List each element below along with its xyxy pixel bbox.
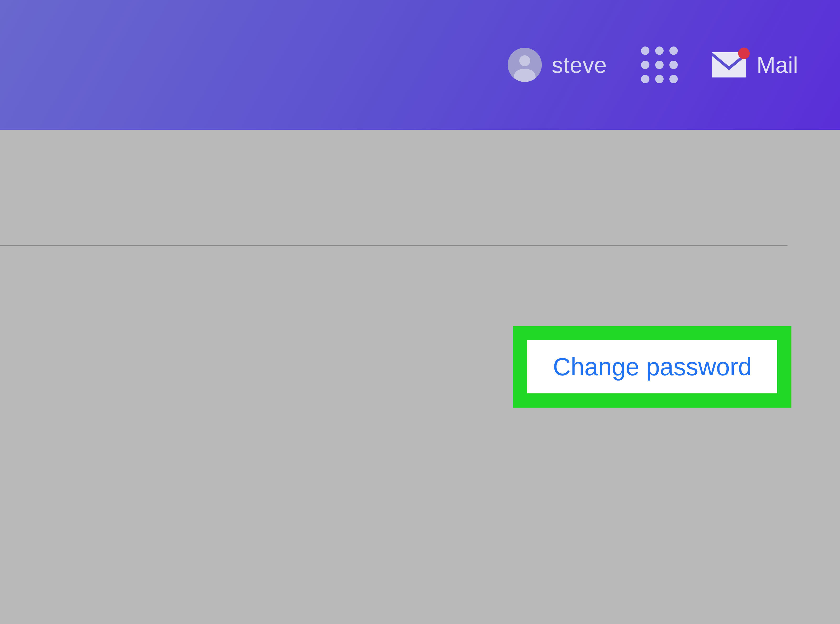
grid-dot: [641, 46, 649, 55]
username-label: steve: [552, 52, 607, 78]
grid-dot: [655, 75, 664, 83]
mail-label: Mail: [757, 52, 798, 78]
mail-link[interactable]: Mail: [712, 52, 798, 78]
grid-dot: [641, 75, 649, 83]
section-divider: [0, 245, 788, 246]
notification-badge-icon: [738, 48, 750, 59]
apps-menu-icon[interactable]: [641, 46, 678, 83]
user-account-block[interactable]: steve: [508, 48, 607, 82]
grid-dot: [669, 61, 678, 69]
grid-dot: [655, 61, 664, 69]
highlight-inner: Change password: [527, 340, 777, 394]
grid-dot: [655, 46, 664, 55]
svg-point-1: [519, 56, 530, 66]
grid-dot: [641, 61, 649, 69]
highlight-box: Change password: [513, 326, 791, 408]
avatar-icon: [508, 48, 542, 82]
grid-dot: [669, 46, 678, 55]
mail-icon: [712, 52, 746, 77]
app-header: steve Mail: [0, 0, 840, 130]
change-password-link[interactable]: Change password: [553, 353, 752, 381]
grid-dot: [669, 75, 678, 83]
